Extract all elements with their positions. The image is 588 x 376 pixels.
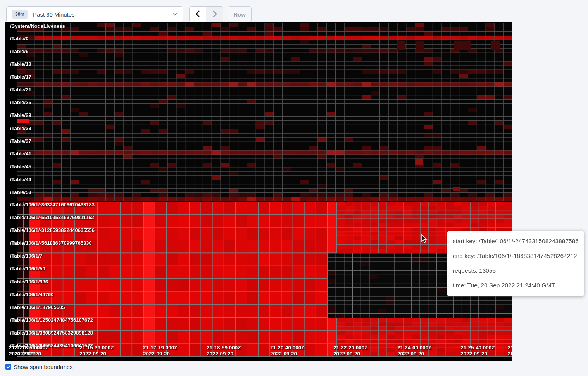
key-axis-label: /Table/106/1/50: [10, 266, 45, 271]
tooltip-requests: requests: 13055: [453, 267, 578, 274]
now-button[interactable]: Now: [228, 6, 252, 22]
checkmark-icon: [6, 364, 10, 371]
time-axis-label: 21:13:59.000Z2022-09-20: [14, 345, 49, 357]
time-axis-label: 21:24:00.000Z2022-09-20: [397, 345, 432, 357]
key-axis-label: /Table/29: [10, 112, 31, 118]
key-axis-label: /Table/45: [10, 164, 31, 170]
show-span-boundaries-checkbox[interactable]: [5, 364, 11, 370]
toolbar: 30m Past 30 Minutes Now: [6, 6, 252, 22]
mouse-cursor-icon: [420, 234, 429, 245]
time-axis-label: 21:27:20.000Z2022-09-20: [508, 345, 512, 357]
hover-tooltip: start key: /Table/106/1/-247433150824388…: [447, 231, 584, 296]
key-axis-label: /Table/6: [10, 48, 28, 54]
key-axis-label: /Table/37: [10, 138, 31, 144]
key-axis-label: /Table/106/1/936: [10, 279, 48, 285]
time-axis-label: 21:17:19.000Z2022-09-20: [143, 345, 178, 357]
time-axis-label: 21:15:39.000Z2022-09-20: [79, 345, 114, 357]
time-axis-label: 21:18:59.000Z2022-09-20: [207, 345, 241, 357]
time-window-label: Past 30 Minutes: [33, 11, 75, 18]
time-axis-label: 21:20:40.000Z2022-09-20: [270, 345, 305, 357]
prev-time-button[interactable]: [190, 7, 206, 22]
key-axis-label: /System/NodeLiveness: [10, 23, 65, 29]
key-axis-label: /Table/41: [10, 151, 31, 156]
key-axis-label: /Table/49: [10, 177, 31, 182]
keyvis-heatmap-canvas[interactable]: [5, 22, 512, 361]
key-axis-label: /Table/106/1/44760: [10, 292, 54, 297]
footer: Show span boundaries: [5, 364, 73, 370]
tooltip-start-key: start key: /Table/106/1/-247433150824388…: [453, 238, 578, 245]
time-window-badge: 30m: [12, 10, 28, 19]
key-axis-label: /Table/106/1/-561886370999765330: [10, 240, 92, 246]
key-axis-label: /Table/106/1/1250247484756107672: [10, 317, 93, 323]
key-axis-label: /Table/25: [10, 100, 31, 105]
key-axis-label: /Table/13: [10, 61, 31, 67]
next-time-button[interactable]: [206, 7, 223, 22]
chevron-left-icon: [195, 10, 201, 19]
chevron-right-icon: [212, 10, 218, 19]
key-axis-label: /Table/0: [10, 36, 28, 41]
key-axis-label: /Table/106/1/-8632471606610433183: [10, 202, 95, 208]
tooltip-time: time: Tue, 20 Sep 2022 21:24:40 GMT: [453, 282, 578, 289]
key-visualizer: /System/NodeLiveness/Table/0/Table/6/Tab…: [5, 22, 512, 361]
key-axis-label: /Table/33: [10, 125, 31, 131]
key-axis-label: /Table/106/1/-3128593822440635556: [10, 227, 95, 233]
key-axis-label: /Table/53: [10, 189, 31, 195]
key-axis-label: /Table/106/1/7: [10, 253, 43, 259]
key-axis-label: /Table/21: [10, 87, 31, 93]
show-span-boundaries-label: Show span boundaries: [14, 364, 73, 370]
key-axis-label: /Table/106/1/3608924758329898128: [10, 330, 93, 336]
time-nav-group: [189, 6, 223, 22]
key-axis-label: /Table/106/1/-5510953463769811152: [10, 215, 94, 220]
time-axis-label: 21:22:20.000Z2022-09-20: [333, 345, 368, 357]
chevron-down-icon: [172, 12, 178, 17]
time-window-dropdown[interactable]: 30m Past 30 Minutes: [6, 6, 183, 22]
key-axis-label: /Table/17: [10, 74, 31, 80]
time-axis-label: 21:25:40.000Z2022-09-20: [460, 345, 495, 357]
key-axis-label: /Table/106/1/187965605: [10, 304, 65, 310]
tooltip-end-key: end key: /Table/106/1/-18683814745282642…: [453, 252, 578, 259]
